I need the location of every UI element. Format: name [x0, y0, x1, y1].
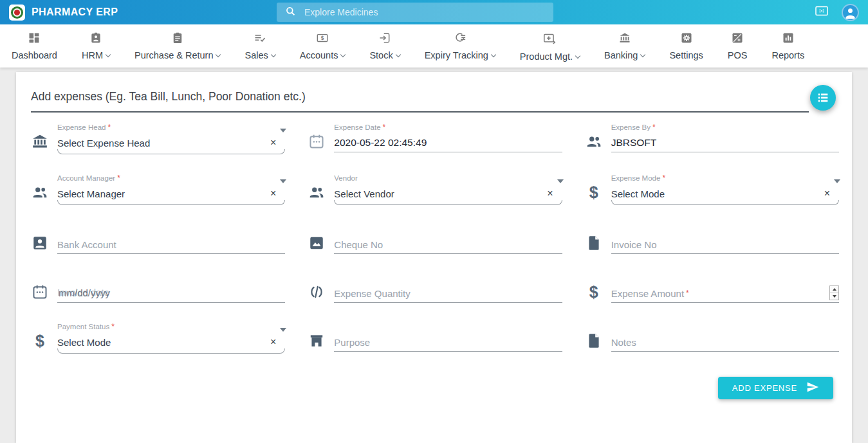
- chevron-down-icon: [575, 53, 580, 58]
- file-icon: [585, 224, 603, 254]
- clear-icon[interactable]: ×: [270, 335, 276, 349]
- bar-chart-icon: [782, 32, 795, 47]
- field-underline: [57, 253, 285, 254]
- code-icon: [308, 273, 326, 303]
- notes-input[interactable]: Notes: [611, 333, 839, 351]
- field-invoice-date: Invoice date mm/dd/yyyy: [31, 273, 285, 303]
- nav-item-expiry-tracking[interactable]: Expiry Tracking: [425, 32, 495, 60]
- chevron-down-icon: [557, 179, 564, 183]
- dollar-icon: $: [585, 174, 603, 205]
- field-underline: [611, 253, 839, 254]
- date-format-placeholder: mm/dd/yyyy: [59, 287, 110, 298]
- field-notes: Notes: [585, 322, 839, 354]
- nav-item-purchase-return[interactable]: Purchase & Return: [134, 32, 221, 60]
- user-avatar[interactable]: [842, 4, 859, 21]
- bank-account-input[interactable]: Bank Account: [57, 235, 285, 253]
- field-payment-status: $ Payment Status* Select Mode ×: [31, 322, 285, 354]
- expense-date-input[interactable]: 2020-05-22 02:45:49: [334, 134, 562, 152]
- invoice-date-input[interactable]: Invoice date mm/dd/yyyy: [57, 284, 285, 302]
- field-bank-account: Bank Account: [31, 224, 285, 254]
- top-header-bar: PHARMACY ERP: [0, 0, 868, 24]
- image-icon: [308, 224, 326, 254]
- nav-item-settings[interactable]: Settings: [669, 32, 703, 60]
- expense-list-button[interactable]: [810, 85, 836, 111]
- list-check-icon: [254, 32, 266, 47]
- purpose-input[interactable]: Purpose: [334, 333, 562, 351]
- add-expense-button[interactable]: ADD EXPENSE: [718, 377, 833, 399]
- field-vendor: Vendor Select Vendor ×: [308, 174, 562, 205]
- file-icon: [585, 322, 603, 354]
- box-arrow-icon: [378, 32, 391, 47]
- clear-icon[interactable]: ×: [270, 136, 276, 150]
- search-input[interactable]: [304, 7, 546, 17]
- nav-item-reports[interactable]: Reports: [771, 32, 804, 60]
- vendor-select[interactable]: Select Vendor ×: [334, 185, 562, 203]
- send-icon: [806, 381, 819, 395]
- nav-item-sales[interactable]: Sales: [245, 32, 275, 60]
- hrm-badge-icon: [89, 32, 102, 47]
- number-spinner[interactable]: [829, 285, 839, 300]
- cheque-no-input[interactable]: Cheque No: [334, 235, 562, 253]
- chevron-down-icon: [834, 179, 840, 183]
- nav-item-banking[interactable]: Banking: [604, 32, 645, 60]
- fullscreen-icon[interactable]: [813, 3, 830, 21]
- expense-form: Expense Head* Select Expense Head × Expe…: [31, 123, 839, 354]
- nav-item-stock[interactable]: Stock: [369, 32, 400, 60]
- field-cheque-no: Cheque No: [308, 224, 562, 254]
- store-icon: [308, 322, 326, 354]
- field-expense-date: Expense Date* 2020-05-22 02:45:49: [308, 123, 562, 154]
- payment-status-select[interactable]: Select Mode ×: [57, 333, 285, 351]
- field-underline: [57, 302, 285, 303]
- field-label: Expense By*: [611, 123, 839, 134]
- chevron-down-icon: [395, 51, 400, 57]
- people-icon: [308, 174, 326, 205]
- main-navigation: Dashboard HRM Purchase & Return Sales $ …: [0, 24, 868, 68]
- add-expense-card: Add expenses (Eg. Tea Bill, Lunch, Poor …: [16, 72, 852, 443]
- chevron-down-icon: [640, 51, 645, 57]
- invoice-no-input[interactable]: Invoice No: [611, 235, 839, 253]
- calendar-icon: [308, 123, 326, 154]
- chevron-down-icon: [106, 51, 111, 57]
- nav-item-hrm[interactable]: HRM: [82, 32, 110, 60]
- refresh-list-icon: [454, 32, 466, 47]
- clear-icon[interactable]: ×: [270, 186, 276, 201]
- account-box-icon: [31, 224, 49, 254]
- field-label: Vendor: [334, 174, 562, 185]
- dollar-icon: $: [31, 322, 49, 354]
- field-invoice-no: Invoice No: [585, 224, 839, 254]
- chevron-down-icon: [340, 51, 346, 57]
- chevron-down-icon: [280, 129, 286, 132]
- field-expense-by: Expense By* JBRSOFT: [585, 123, 839, 154]
- expense-mode-select[interactable]: Select Mode ×: [611, 185, 839, 203]
- calendar-icon: [31, 273, 49, 303]
- nav-item-pos[interactable]: POS: [728, 32, 748, 60]
- clipboard-icon: [171, 32, 184, 47]
- nav-item-dashboard[interactable]: Dashboard: [12, 32, 57, 60]
- field-expense-head: Expense Head* Select Expense Head ×: [31, 123, 285, 154]
- field-expense-quantity: Expense Quantity: [308, 273, 562, 303]
- pharmacy-logo: [9, 5, 25, 21]
- nav-item-product-mgt[interactable]: Product Mgt.: [520, 32, 580, 62]
- expense-by-input[interactable]: JBRSOFT: [611, 134, 839, 152]
- field-expense-mode: $ Expense Mode* Select Mode ×: [585, 174, 839, 205]
- expense-quantity-input[interactable]: Expense Quantity: [334, 284, 562, 302]
- expense-amount-input[interactable]: Expense Amount*: [611, 284, 839, 302]
- dashboard-icon: [28, 32, 41, 47]
- nav-item-accounts[interactable]: $ Accounts: [300, 32, 346, 60]
- account-manager-select[interactable]: Select Manager ×: [57, 185, 285, 203]
- field-label: Expense Date*: [334, 123, 562, 134]
- field-underline: [334, 253, 562, 254]
- field-underline: [334, 152, 562, 152]
- field-underline: [611, 152, 839, 152]
- clear-icon[interactable]: ×: [824, 186, 830, 201]
- people-icon: [31, 174, 49, 205]
- clear-icon[interactable]: ×: [547, 186, 553, 201]
- medicine-search-bar[interactable]: [277, 3, 553, 22]
- field-underline: [611, 302, 839, 303]
- field-underline: [334, 351, 562, 352]
- people-icon: [585, 123, 603, 154]
- search-icon: [284, 5, 297, 20]
- expense-head-select[interactable]: Select Expense Head ×: [57, 134, 285, 152]
- title-divider: [31, 111, 809, 113]
- field-account-manager: Account Manager* Select Manager ×: [31, 174, 285, 205]
